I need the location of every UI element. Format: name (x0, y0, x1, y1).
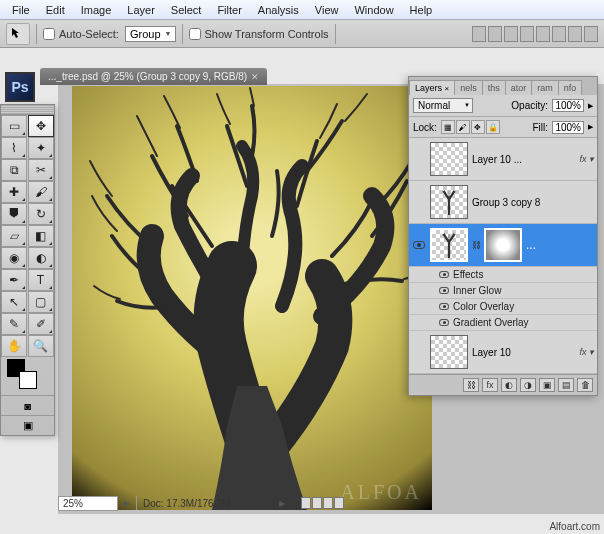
effects-header[interactable]: Effects (409, 267, 597, 283)
layer-name[interactable]: Group 3 copy 8 (472, 197, 594, 208)
auto-select-dropdown[interactable]: Group (125, 26, 176, 42)
visibility-toggle[interactable] (412, 238, 426, 252)
layer-style-button[interactable]: fx (482, 378, 498, 392)
panel-handle[interactable] (1, 105, 54, 115)
status-arrow-icon[interactable]: ▶ (279, 499, 285, 508)
mask-link-icon[interactable]: ⛓ (472, 240, 480, 250)
delete-layer-button[interactable]: 🗑 (577, 378, 593, 392)
eye-icon[interactable] (439, 287, 449, 294)
lock-position-icon[interactable]: ✥ (471, 120, 485, 134)
slice-tool[interactable]: ✂ (28, 159, 54, 181)
blur-tool[interactable]: ◉ (1, 247, 27, 269)
opacity-field[interactable]: 100% (552, 99, 584, 112)
link-layers-button[interactable]: ⛓ (463, 378, 479, 392)
history-brush-tool[interactable]: ↻ (28, 203, 54, 225)
eye-icon[interactable] (439, 319, 449, 326)
mask-thumbnail[interactable] (484, 228, 522, 262)
align-btn[interactable] (552, 26, 566, 42)
tab-info[interactable]: nfo (558, 80, 583, 95)
layer-name[interactable]: Layer 10 ... (472, 154, 575, 165)
layer-mask-button[interactable]: ◐ (501, 378, 517, 392)
lock-all-icon[interactable]: 🔒 (486, 120, 500, 134)
eyedropper-tool[interactable]: ✐ (28, 313, 54, 335)
shape-tool[interactable]: ▢ (28, 291, 54, 313)
layer-row[interactable]: Layer 10 ... fx ▾ (409, 138, 597, 181)
menu-select[interactable]: Select (163, 2, 210, 18)
layer-thumbnail[interactable] (430, 228, 468, 262)
gradient-tool[interactable]: ◧ (28, 225, 54, 247)
new-layer-button[interactable]: ▤ (558, 378, 574, 392)
align-btn[interactable] (520, 26, 534, 42)
blend-mode-dropdown[interactable]: Normal (413, 98, 473, 113)
tab-channels[interactable]: nels (454, 80, 483, 95)
crop-tool[interactable]: ⧉ (1, 159, 27, 181)
zoom-tool[interactable]: 🔍 (28, 335, 54, 357)
hand-tool[interactable]: ✋ (1, 335, 27, 357)
background-swatch[interactable] (19, 371, 37, 389)
type-tool[interactable]: T (28, 269, 54, 291)
dodge-tool[interactable]: ◐ (28, 247, 54, 269)
auto-select-checkbox[interactable]: Auto-Select: (43, 28, 119, 40)
menu-window[interactable]: Window (346, 2, 401, 18)
notes-tool[interactable]: ✎ (1, 313, 27, 335)
eraser-tool[interactable]: ▱ (1, 225, 27, 247)
layer-row[interactable]: Layer 10 fx ▾ (409, 331, 597, 374)
adjustment-layer-button[interactable]: ◑ (520, 378, 536, 392)
align-btn[interactable] (472, 26, 486, 42)
zoom-field[interactable]: 25% (58, 496, 118, 511)
fx-badge[interactable]: fx ▾ (579, 347, 594, 357)
visibility-toggle[interactable] (412, 152, 426, 166)
show-transform-checkbox[interactable]: Show Transform Controls (189, 28, 329, 40)
align-btn[interactable] (536, 26, 550, 42)
layer-thumbnail[interactable] (430, 335, 468, 369)
align-btn[interactable] (568, 26, 582, 42)
menu-image[interactable]: Image (73, 2, 120, 18)
lock-transparency-icon[interactable]: ▦ (441, 120, 455, 134)
lasso-tool[interactable]: ⌇ (1, 137, 27, 159)
quickmask-toggle[interactable]: ◙ (1, 395, 54, 415)
heal-tool[interactable]: ✚ (1, 181, 27, 203)
eye-icon[interactable] (439, 271, 449, 278)
fill-arrow-icon[interactable]: ▶ (588, 123, 593, 131)
layer-name[interactable]: Layer 10 (472, 347, 575, 358)
path-tool[interactable]: ↖ (1, 291, 27, 313)
menu-file[interactable]: File (4, 2, 38, 18)
document-tab[interactable]: ..._tree.psd @ 25% (Group 3 copy 9, RGB/… (40, 68, 267, 85)
screenmode-toggle[interactable]: ▣ (1, 415, 54, 435)
layer-thumbnail[interactable] (430, 185, 468, 219)
brush-tool[interactable]: 🖌 (28, 181, 54, 203)
eye-icon[interactable] (439, 303, 449, 310)
layer-row[interactable]: Group 3 copy 8 (409, 181, 597, 224)
fx-badge[interactable]: fx ▾ (579, 154, 594, 164)
tab-paths[interactable]: ths (482, 80, 506, 95)
zoom-arrow-icon[interactable]: ▶ (124, 499, 130, 508)
stamp-tool[interactable]: ⛊ (1, 203, 27, 225)
layer-expand-icon[interactable]: ... (526, 238, 536, 252)
opacity-arrow-icon[interactable]: ▶ (588, 102, 593, 110)
document-canvas[interactable]: ALFOA (72, 86, 432, 510)
menu-edit[interactable]: Edit (38, 2, 73, 18)
lock-pixels-icon[interactable]: 🖌 (456, 120, 470, 134)
visibility-toggle[interactable] (412, 345, 426, 359)
layer-row-selected[interactable]: ⛓ ... (409, 224, 597, 267)
layer-thumbnail[interactable] (430, 142, 468, 176)
effect-item[interactable]: Color Overlay (409, 299, 597, 315)
menu-view[interactable]: View (307, 2, 347, 18)
layer-group-button[interactable]: ▣ (539, 378, 555, 392)
tab-histogram[interactable]: ram (531, 80, 559, 95)
menu-layer[interactable]: Layer (119, 2, 163, 18)
menu-analysis[interactable]: Analysis (250, 2, 307, 18)
close-tab-icon[interactable]: ✕ (251, 72, 259, 82)
align-btn[interactable] (504, 26, 518, 42)
menu-help[interactable]: Help (402, 2, 441, 18)
menu-filter[interactable]: Filter (209, 2, 249, 18)
effect-item[interactable]: Inner Glow (409, 283, 597, 299)
move-tool-icon[interactable] (6, 23, 30, 45)
wand-tool[interactable]: ✦ (28, 137, 54, 159)
effect-item[interactable]: Gradient Overlay (409, 315, 597, 331)
tab-navigator[interactable]: ator (505, 80, 533, 95)
color-swatches[interactable] (1, 357, 54, 395)
tab-layers[interactable]: Layers × (409, 80, 455, 95)
align-btn[interactable] (488, 26, 502, 42)
marquee-tool[interactable]: ▭ (1, 115, 27, 137)
